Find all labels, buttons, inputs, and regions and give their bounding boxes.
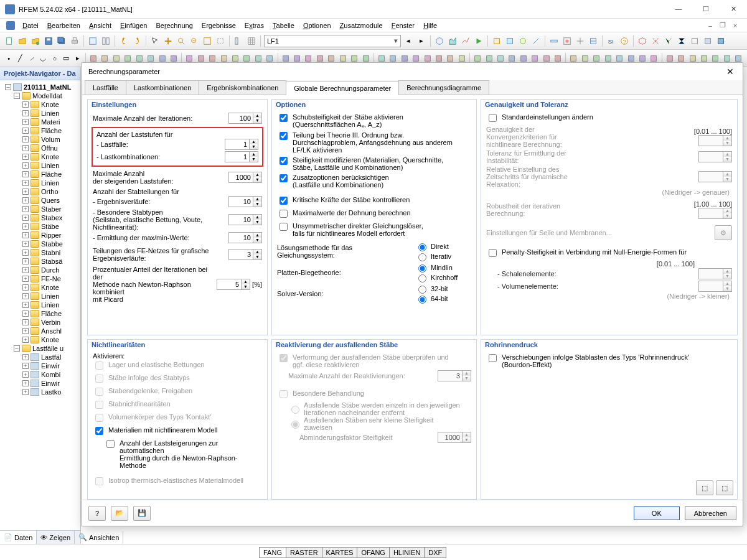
tool-f-icon[interactable] xyxy=(561,35,573,47)
chk-penalty[interactable]: Penalty-Steifigkeit in Verbindung mit Nu… xyxy=(486,247,732,260)
menu-ergebnisse[interactable]: Ergebnisse xyxy=(198,21,240,30)
nav-item[interactable]: +Stabsä xyxy=(1,257,79,266)
status-ofang[interactable]: OFANG xyxy=(357,547,390,558)
diagram-icon[interactable] xyxy=(460,35,471,47)
open-icon[interactable] xyxy=(17,35,28,47)
loadcase-combo[interactable]: LF1▾ xyxy=(264,35,401,47)
nav-item[interactable]: +Stabni xyxy=(1,248,79,257)
saveall-icon[interactable] xyxy=(56,35,67,47)
zoomprev-icon[interactable] xyxy=(189,35,200,47)
minimize-button[interactable]: — xyxy=(670,5,687,13)
chk-auto-nr[interactable]: Anzahl der Laststeigerungen zur automati… xyxy=(93,438,262,470)
inc-loadsteps-spinner[interactable]: ▲▼ xyxy=(228,172,262,183)
rect-icon[interactable]: ▭ xyxy=(61,53,71,64)
chk-extra[interactable]: Zusatzoptionen berücksichtigen(Lastfälle… xyxy=(277,172,471,190)
radio-direct[interactable]: Direkt xyxy=(415,241,471,251)
fediv-spinner[interactable]: ▲▼ xyxy=(228,249,262,260)
chk-asym[interactable]: Unsymmetrischer direkter Gleichungslöser… xyxy=(277,221,471,238)
print-icon[interactable] xyxy=(69,35,80,47)
tab-lastkombinationen[interactable]: Lastkombinationen xyxy=(126,80,199,95)
new-icon[interactable] xyxy=(4,35,15,47)
chk-change-defaults[interactable]: Standardeinstellungen ändern xyxy=(486,112,732,125)
nav-item[interactable]: +Öffnu xyxy=(1,144,79,152)
nav-item[interactable]: +Linien xyxy=(1,109,79,118)
next-icon[interactable]: ▸ xyxy=(416,35,427,47)
results-icon[interactable] xyxy=(447,35,458,47)
nav-load-item[interactable]: +Lastko xyxy=(1,388,79,396)
wireframe-icon[interactable] xyxy=(689,35,700,47)
model-icon[interactable] xyxy=(87,35,98,47)
tab-lastfaelle[interactable]: Lastfälle xyxy=(85,80,126,95)
maxmin-spinner[interactable]: ▲▼ xyxy=(228,232,262,243)
radio-mindlin[interactable]: Mindlin xyxy=(415,263,471,273)
node-icon[interactable]: • xyxy=(4,53,14,64)
radio-64bit[interactable]: 64-bit xyxy=(415,294,471,304)
save-settings-button[interactable]: 💾 xyxy=(133,506,151,521)
close-button[interactable]: ✕ xyxy=(725,5,742,13)
nav-item[interactable]: +Linien xyxy=(1,292,79,301)
tool-h-icon[interactable] xyxy=(588,35,599,47)
picard-spinner[interactable]: ▲▼ xyxy=(217,279,250,290)
dialog-close-button[interactable]: ✕ xyxy=(724,67,736,77)
nav-item[interactable]: +Linien xyxy=(1,179,79,187)
projectmgr-icon[interactable] xyxy=(100,35,111,47)
view-y-icon[interactable] xyxy=(663,35,674,47)
line-icon[interactable]: ╱ xyxy=(15,53,25,64)
nav-tab-daten[interactable]: 📄Daten xyxy=(0,531,37,544)
nav-item[interactable]: +Knote xyxy=(1,335,79,344)
radio-iterative[interactable]: Iterativ xyxy=(415,251,471,261)
menu-ansicht[interactable]: Ansicht xyxy=(85,21,115,30)
tool-b-icon[interactable] xyxy=(504,35,515,47)
nav-item[interactable]: +Ripper xyxy=(1,231,79,240)
zoom-icon[interactable] xyxy=(176,35,187,47)
view-x-icon[interactable] xyxy=(650,35,661,47)
maximize-button[interactable]: ☐ xyxy=(697,5,715,13)
nav-tab-zeigen[interactable]: 👁Zeigen xyxy=(37,531,75,544)
expand2-button[interactable]: ⬚ xyxy=(716,480,733,495)
tool-a-icon[interactable] xyxy=(491,35,502,47)
cancel-button[interactable]: Abbrechen xyxy=(685,506,736,520)
prev-icon[interactable]: ◂ xyxy=(403,35,414,47)
help-button[interactable]: ? xyxy=(88,506,106,521)
nav-item[interactable]: +Fläche xyxy=(1,126,79,135)
expand1-button[interactable]: ⬚ xyxy=(696,480,713,495)
nav-load-item[interactable]: +Lastfäl xyxy=(1,353,79,362)
nav-item[interactable]: +Anschl xyxy=(1,327,79,335)
nav-item[interactable]: +Knote xyxy=(1,283,79,292)
nav-item[interactable]: +Volum xyxy=(1,135,79,144)
nav-item[interactable]: +Ortho xyxy=(1,187,79,196)
select-icon[interactable] xyxy=(149,35,161,47)
nav-item[interactable]: +Durch xyxy=(1,266,79,274)
menu-bearbeiten[interactable]: Bearbeiten xyxy=(44,21,84,30)
tool-d-icon[interactable] xyxy=(530,35,542,47)
nav-item[interactable]: +Fläche xyxy=(1,170,79,179)
nav-load-item[interactable]: +Kombi xyxy=(1,370,79,379)
polyline-icon[interactable]: ⟋ xyxy=(27,53,37,64)
render-icon[interactable] xyxy=(715,35,726,47)
resultcurves-spinner[interactable]: ▲▼ xyxy=(228,196,262,207)
nav-item[interactable]: +Quers xyxy=(1,196,79,205)
menu-zusatzmodule[interactable]: Zusatzmodule xyxy=(336,21,387,30)
nav-item[interactable]: +Stäbe xyxy=(1,222,79,231)
nav-item[interactable]: +FE-Ne xyxy=(1,274,79,283)
view-iso-icon[interactable] xyxy=(637,35,648,47)
nav-item[interactable]: +Verbin xyxy=(1,318,79,327)
menu-optionen[interactable]: Optionen xyxy=(299,21,335,30)
menu-datei[interactable]: Datei xyxy=(19,21,42,30)
nav-item[interactable]: +Fläche xyxy=(1,309,79,318)
nav-item[interactable]: +Stabex xyxy=(1,213,79,222)
status-dxf[interactable]: DXF xyxy=(424,547,446,558)
status-kartes[interactable]: KARTES xyxy=(322,547,358,558)
tab-globale-parameter[interactable]: Globale Berechnungsparameter xyxy=(286,81,399,95)
undo-icon[interactable] xyxy=(118,35,129,47)
menu-extras[interactable]: Extras xyxy=(241,21,268,30)
menu-fenster[interactable]: Fenster xyxy=(388,21,418,30)
menu-einfuegen[interactable]: Einfügen xyxy=(116,21,151,30)
nav-item[interactable]: +Linien xyxy=(1,301,79,309)
status-hlinien[interactable]: HLINIEN xyxy=(389,547,425,558)
chk-theory3[interactable]: Teilung bei Theorie III. Ordnung bzw.Dur… xyxy=(277,130,471,155)
mdi-restore[interactable]: ❐ xyxy=(717,21,728,29)
anim-icon[interactable] xyxy=(473,35,484,47)
navigator-icon[interactable] xyxy=(233,35,244,47)
move-icon[interactable] xyxy=(162,35,174,47)
